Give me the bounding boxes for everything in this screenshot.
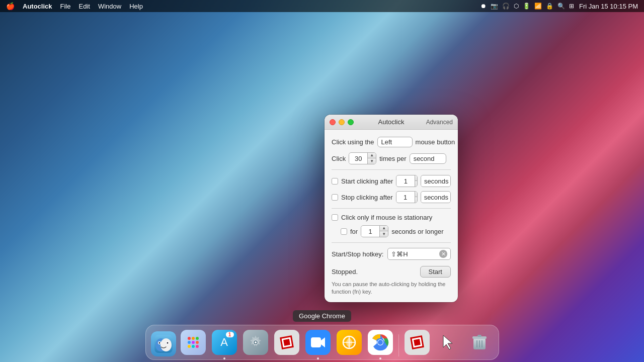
dock-tooltip: Google Chrome: [293, 310, 351, 322]
menubar-window[interactable]: Window: [98, 3, 121, 10]
stop-clicking-input[interactable]: [396, 193, 415, 202]
dock-item-roblox2[interactable]: [403, 328, 431, 356]
stationary-for-label: for: [350, 228, 358, 235]
dock-item-appstore[interactable]: A 1: [210, 328, 238, 356]
camera-icon: 📷: [491, 3, 498, 10]
svg-rect-36: [477, 335, 481, 337]
menubar-edit[interactable]: Edit: [78, 3, 90, 10]
minimize-button[interactable]: [339, 119, 345, 125]
menubar-help[interactable]: Help: [129, 3, 143, 10]
menubar-icons: ⏺ 📷 🎧 ⬡ 🔋 📶 🔒 🔍 ⊞: [480, 3, 574, 10]
wifi-icon: 📶: [534, 3, 542, 10]
stationary-checkbox[interactable]: [332, 214, 338, 221]
stop-clicking-up[interactable]: ▲: [415, 192, 418, 197]
stop-clicking-buttons: ▲ ▼: [415, 192, 418, 203]
stationary-sub-checkbox[interactable]: [341, 228, 347, 235]
stationary-stepper: ▲ ▼: [361, 225, 388, 237]
svg-point-18: [255, 341, 257, 343]
separator-2: [332, 208, 451, 209]
headphone-icon: 🎧: [502, 3, 510, 10]
control-center-icon[interactable]: ⊞: [569, 3, 574, 10]
hotkey-clear-button[interactable]: ✕: [439, 250, 447, 258]
search-icon[interactable]: 🔍: [557, 3, 565, 10]
dock: A 1: [145, 325, 499, 360]
mouse-button-prefix: Click using the: [332, 138, 374, 146]
stationary-up[interactable]: ▲: [380, 226, 388, 231]
svg-point-15: [196, 345, 199, 348]
start-clicking-up[interactable]: ▲: [415, 175, 418, 181]
stationary-input[interactable]: [361, 227, 379, 236]
bluetooth-icon: ⬡: [514, 3, 519, 10]
stationary-sub-row: for ▲ ▼ seconds or longer: [332, 225, 451, 237]
start-clicking-checkbox[interactable]: [332, 178, 338, 185]
click-times-down[interactable]: ▼: [368, 158, 376, 164]
dock-item-proxyman[interactable]: [335, 328, 363, 356]
menubar-app-name[interactable]: Autoclick: [23, 3, 52, 10]
start-clicking-row: Start clicking after ▲ ▼ seconds ▲ ▼: [332, 175, 451, 187]
dock-item-zoom[interactable]: [304, 328, 332, 356]
svg-point-14: [192, 345, 195, 348]
start-clicking-unit-label: seconds: [421, 176, 451, 186]
menubar-time: Fri Jan 15 10:15 PM: [579, 3, 638, 10]
hotkey-field[interactable]: ⇧⌘H ✕: [387, 248, 451, 260]
dock-item-chrome[interactable]: [366, 328, 394, 356]
start-clicking-input[interactable]: [396, 176, 415, 186]
close-button[interactable]: [330, 119, 336, 125]
separator-3: [332, 242, 451, 243]
status-area: Stopped. Start: [332, 266, 451, 278]
maximize-button[interactable]: [348, 119, 354, 125]
stationary-down[interactable]: ▼: [380, 231, 388, 237]
start-clicking-stepper: ▲ ▼: [396, 175, 418, 187]
hotkey-row: Start/Stop hotkey: ⇧⌘H ✕: [332, 248, 451, 260]
stop-clicking-down[interactable]: ▼: [415, 197, 418, 203]
separator-1: [332, 169, 451, 170]
stationary-suffix: seconds or longer: [391, 228, 443, 235]
apple-menu[interactable]: 🍎: [6, 2, 15, 10]
dock-container: Google Chrome: [0, 310, 644, 362]
svg-rect-32: [414, 339, 421, 346]
stop-clicking-checkbox[interactable]: [332, 194, 338, 201]
window-title: Autoclick: [378, 118, 404, 126]
svg-point-13: [188, 345, 191, 348]
click-unit-select[interactable]: second minute hour: [410, 153, 446, 164]
dock-item-launchpad[interactable]: [179, 328, 207, 356]
click-rate-row: Click ▲ ▼ times per second minute hour: [332, 152, 451, 164]
svg-rect-22: [311, 337, 321, 347]
svg-point-6: [167, 342, 168, 344]
dock-item-cursor[interactable]: [434, 328, 462, 356]
stationary-label: Click only if mouse is stationary: [341, 214, 432, 221]
svg-rect-21: [283, 339, 290, 346]
stationary-buttons: ▲ ▼: [379, 226, 388, 237]
start-clicking-unit-wrapper: seconds ▲ ▼: [421, 175, 451, 187]
dock-item-roblox[interactable]: [273, 328, 301, 356]
dock-item-trash[interactable]: [465, 328, 494, 356]
svg-point-9: [196, 337, 199, 340]
status-text: Stopped.: [332, 268, 358, 276]
click-times-up[interactable]: ▲: [368, 153, 376, 158]
click-prefix: Click: [332, 155, 346, 162]
svg-point-11: [192, 341, 195, 344]
dock-item-finder[interactable]: [151, 331, 176, 356]
vpn-icon: 🔒: [546, 3, 553, 10]
record-icon: ⏺: [480, 3, 487, 10]
menubar-right: ⏺ 📷 🎧 ⬡ 🔋 📶 🔒 🔍 ⊞ Fri Jan 15 10:15 PM: [480, 3, 638, 10]
stop-clicking-unit-wrapper: seconds ▲ ▼: [421, 191, 451, 203]
wallpaper: [0, 0, 644, 362]
svg-point-29: [378, 340, 383, 345]
svg-point-2: [160, 338, 172, 351]
svg-point-5: [158, 342, 160, 344]
stop-clicking-label: Stop clicking after: [341, 194, 393, 201]
battery-icon: 🔋: [523, 3, 530, 10]
mouse-button-select[interactable]: Left Right Middle: [377, 137, 413, 147]
menubar-file[interactable]: File: [60, 3, 71, 10]
start-button[interactable]: Start: [420, 266, 451, 278]
advanced-button[interactable]: Advanced: [426, 119, 453, 126]
mouse-button-select-wrapper: Left Right Middle: [377, 137, 413, 147]
start-clicking-down[interactable]: ▼: [415, 181, 418, 187]
click-times-buttons: ▲ ▼: [367, 153, 376, 164]
menubar-left: 🍎 Autoclick File Edit Window Help: [6, 2, 143, 10]
dock-item-prefs[interactable]: [242, 328, 270, 356]
click-times-input[interactable]: [349, 154, 367, 163]
stop-clicking-unit-label: seconds: [421, 193, 451, 202]
stationary-row: Click only if mouse is stationary: [332, 214, 451, 221]
